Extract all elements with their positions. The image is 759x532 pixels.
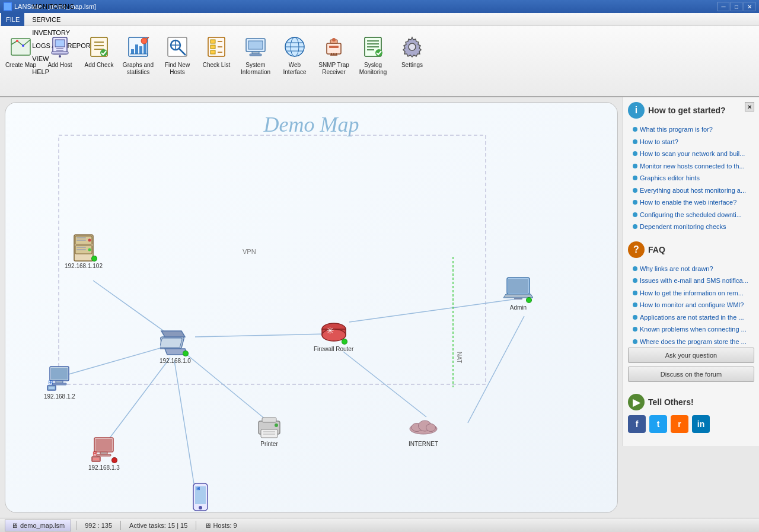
svg-rect-114 [508, 279, 528, 293]
ribbon-label-checklist: Check List [203, 62, 231, 69]
panel-link-getting-started-0[interactable]: What this program is for? [628, 123, 754, 136]
panel-btn-discuss-forum[interactable]: Discuss on the forum [628, 367, 754, 382]
file-menu[interactable]: FILE [1, 13, 24, 26]
social-icon-linkedin[interactable]: in [692, 415, 710, 433]
svg-text:VPN: VPN [243, 248, 256, 255]
svg-rect-87 [56, 381, 63, 383]
ribbon-btn-find-hosts[interactable]: Find New Hosts [159, 31, 196, 84]
status-tab[interactable]: 🖥 demo_map.lsm [5, 520, 71, 531]
panel-link-faq-0[interactable]: Why links are not drawn? [628, 263, 754, 275]
link-dot [633, 151, 637, 156]
link-dot [633, 315, 637, 320]
link-dot [633, 212, 637, 217]
ribbon-icon-settings [399, 34, 425, 60]
ribbon-label-create-map: Create Map [5, 62, 36, 69]
svg-rect-116 [514, 298, 522, 300]
link-dot [633, 164, 637, 168]
svg-rect-107 [263, 434, 275, 435]
node-smartphone[interactable]: ⊞My smartphone [180, 482, 221, 513]
maximize-btn[interactable]: □ [731, 2, 742, 11]
svg-point-76 [88, 249, 91, 251]
menubar: FILE HOMEMAPHOSTMONITORINGSERVICEINVENTO… [0, 13, 759, 26]
panel-link-getting-started-7[interactable]: Configuring the scheduled downti... [628, 209, 754, 221]
svg-marker-83 [161, 331, 185, 337]
ribbon-btn-snmp[interactable]: SNMP Trap Receiver [315, 31, 352, 84]
svg-rect-82 [160, 338, 182, 348]
section-header-getting-started: iHow to get started? [628, 102, 754, 119]
social-icon-twitter[interactable]: t [649, 415, 667, 433]
link-text-2: How to scan your network and buil... [640, 149, 745, 159]
map-canvas[interactable]: Demo Map [5, 102, 618, 513]
status-tab-icon: 🖥 [11, 522, 18, 529]
svg-rect-80 [76, 249, 86, 250]
node-firewall[interactable]: ✳Firewall Router [314, 316, 353, 352]
social-icon-rss[interactable]: r [671, 415, 688, 433]
node-pc2[interactable]: ⊞192.168.1.3 [88, 435, 120, 471]
ribbon-btn-add-check[interactable]: Add Check [81, 31, 117, 84]
panel-link-getting-started-2[interactable]: How to scan your network and buil... [628, 148, 754, 160]
ribbon-label-add-host: Add Host [47, 62, 72, 69]
panel-link-getting-started-4[interactable]: Graphics editor hints [628, 172, 754, 184]
panel-btn-ask-question[interactable]: Ask your question [628, 348, 754, 363]
ribbon-icon-find-hosts [164, 34, 190, 60]
ribbon-btn-syslog[interactable]: Syslog Monitoring [355, 31, 391, 84]
node-router[interactable]: 192.168.1.0 [160, 328, 191, 364]
panel-link-getting-started-1[interactable]: How to start? [628, 136, 754, 148]
svg-line-62 [103, 358, 170, 447]
panel-link-getting-started-3[interactable]: Monitor new hosts connected to th... [628, 160, 754, 173]
status-dot-admin [526, 297, 532, 303]
ribbon-label-webinterface: Web Interface [278, 62, 311, 76]
node-admin[interactable]: Admin [503, 275, 533, 311]
panel-link-getting-started-5[interactable]: Everything about host monitoring a... [628, 184, 754, 197]
minimize-btn[interactable]: ─ [717, 2, 729, 11]
svg-point-119 [199, 506, 202, 509]
panel-link-faq-4[interactable]: Applications are not started in the ... [628, 311, 754, 324]
panel-link-getting-started-8[interactable]: Dependent monitoring checks [628, 221, 754, 233]
ribbon-icon-add-host [47, 34, 73, 60]
status-separator [76, 521, 76, 530]
node-icon-smartphone: ⊞ [186, 482, 215, 512]
panel-link-faq-6[interactable]: Where does the program store the ... [628, 336, 754, 348]
ribbon-btn-add-host[interactable]: Add Host [42, 31, 78, 84]
node-pc1[interactable]: ⊞192.168.1.2 [44, 364, 75, 400]
panel-link-getting-started-6[interactable]: How to enable the web interface? [628, 196, 754, 209]
menu-item-service[interactable]: SERVICE [27, 13, 104, 26]
panel-link-faq-3[interactable]: How to monitor and configure WMI? [628, 299, 754, 311]
node-label-pc1: 192.168.1.2 [44, 393, 75, 400]
status-separator2 [120, 521, 121, 530]
ribbon-btn-checklist[interactable]: Check List [198, 31, 235, 84]
map-area: Demo Map [0, 97, 623, 518]
link-text-3: Monitor new hosts connected to th... [640, 161, 745, 171]
svg-rect-86 [51, 368, 68, 380]
svg-rect-35 [248, 41, 263, 49]
node-printer[interactable]: Printer [254, 411, 284, 447]
section-icon-faq: ? [628, 241, 645, 258]
ribbon-btn-sysinfo[interactable]: System Information [237, 31, 274, 84]
panel-link-faq-2[interactable]: How to get the information on rem... [628, 287, 754, 300]
panel-link-faq-5[interactable]: Known problems when connecting ... [628, 323, 754, 336]
node-server[interactable]: 192.168.1.102 [65, 233, 103, 269]
svg-rect-30 [211, 50, 215, 54]
status-separator3 [196, 521, 196, 530]
link-text-1: How to start? [640, 137, 678, 147]
ribbon-btn-settings[interactable]: Settings [394, 31, 430, 84]
svg-rect-79 [76, 247, 86, 248]
social-icon-facebook[interactable]: f [628, 415, 646, 433]
menu-item-monitoring[interactable]: MONITORING [27, 0, 104, 13]
ribbon-btn-create-map[interactable]: Create Map [2, 31, 39, 84]
svg-rect-37 [250, 54, 261, 56]
link-text-7: Configuring the scheduled downti... [640, 210, 742, 220]
panel-link-faq-1[interactable]: Issues with e-mail and SMS notifica... [628, 275, 754, 287]
link-dot [633, 139, 637, 144]
ribbon-btn-graphs[interactable]: Graphs and statistics [120, 31, 157, 84]
panel-close-btn[interactable]: ✕ [745, 102, 754, 112]
ribbon-buttons: Create Map Add Host Add Check Graphs and… [2, 28, 757, 96]
panel-section-tell-others: ▶Tell Others!ftrin [628, 394, 754, 433]
ribbon-btn-webinterface[interactable]: Web Interface [276, 31, 313, 84]
statusbar: 🖥 demo_map.lsm 992 : 135 Active tasks: 1… [0, 518, 759, 532]
svg-rect-15 [131, 49, 134, 54]
svg-rect-95 [97, 454, 111, 456]
close-btn[interactable]: ✕ [744, 2, 755, 11]
node-internet[interactable]: INTERNET [409, 411, 438, 447]
status-hosts-label: Hosts: 9 [213, 522, 237, 529]
